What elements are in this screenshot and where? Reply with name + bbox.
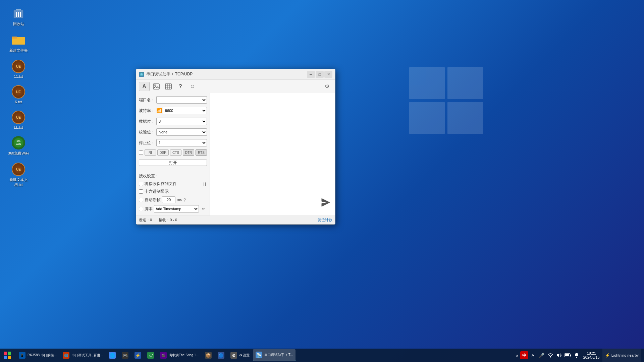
- serial-debug-window: 串口调试助手 + TCP/UDP ─ □ ✕ A: [136, 69, 335, 225]
- open-port-button[interactable]: 打开: [139, 160, 207, 166]
- desktop-icon-new-folder[interactable]: 新建文件夹: [7, 33, 30, 53]
- send-area: [210, 189, 335, 216]
- desktop: 回收站 新建文件夹 UE 11.txt UE 6.txt: [0, 0, 644, 362]
- taskbar-lightning[interactable]: ⚡: [132, 349, 144, 361]
- newue-label: 新建文本文 档.txt: [9, 177, 28, 187]
- taskbar-security[interactable]: 🛡: [145, 349, 157, 361]
- receive-text-area: [210, 93, 335, 189]
- unknown1-icon: 📦: [205, 352, 212, 359]
- right-panel: [210, 93, 335, 216]
- send-textarea[interactable]: [213, 191, 316, 214]
- dtr-btn[interactable]: DTR: [183, 149, 194, 156]
- desktop-icon-recycle-bin[interactable]: 回收站: [7, 7, 30, 26]
- baud-select-container: 📶 9600 115200 4800: [156, 107, 207, 114]
- baud-select[interactable]: 9600 115200 4800: [163, 107, 207, 114]
- send-button[interactable]: [319, 196, 332, 209]
- table-toolbar-btn[interactable]: [163, 82, 174, 91]
- svg-rect-29: [576, 357, 577, 358]
- save-file-checkbox[interactable]: [139, 182, 143, 186]
- game-icon: 🎮: [122, 352, 128, 359]
- pin-buttons-row: RI DSR CTS DTR RTS: [139, 149, 207, 156]
- taskbar-unknown1[interactable]: 📦: [202, 349, 214, 361]
- svg-rect-6: [12, 37, 17, 39]
- start-button[interactable]: [0, 349, 15, 362]
- taskbar-unknown2[interactable]: 🔵: [215, 349, 227, 361]
- window-content: 端口名： 波特率： 📶 9600 115200 4800: [136, 93, 335, 216]
- send-count: 发送：0: [139, 218, 152, 223]
- 6txt-label: 6.txt: [15, 100, 22, 104]
- stopbits-select[interactable]: 1 2: [156, 139, 207, 146]
- rts-btn[interactable]: RTS: [196, 149, 207, 156]
- date-display: 2024/6/15: [583, 355, 600, 359]
- desktop-icon-6txt[interactable]: UE 6.txt: [7, 85, 30, 104]
- ue-icon-newue: UE: [12, 163, 25, 176]
- dsr-btn[interactable]: DSR: [157, 149, 169, 156]
- svg-rect-20: [4, 352, 7, 355]
- cts-btn[interactable]: CTS: [170, 149, 181, 156]
- tray-expand-btn[interactable]: ∧: [515, 353, 519, 358]
- maximize-button[interactable]: □: [316, 71, 324, 78]
- auto-frame-help-icon[interactable]: ?: [183, 197, 186, 202]
- pause-button[interactable]: ⏸: [202, 181, 207, 187]
- serial-web-icon: 🌐: [63, 352, 69, 359]
- lltxt-label: LL.txt: [14, 125, 23, 129]
- svg-rect-14: [165, 84, 171, 89]
- taskbar-chrome[interactable]: 🌐: [106, 349, 118, 361]
- settings-toolbar-btn[interactable]: ⚙: [322, 82, 332, 91]
- lightning-icon-tray: ⚡: [605, 353, 610, 358]
- save-file-label: 将接收保存到文件: [145, 181, 177, 187]
- minimize-button[interactable]: ─: [307, 71, 315, 78]
- parity-select[interactable]: None Odd Even: [156, 128, 207, 136]
- time-display: 18:21: [583, 351, 600, 355]
- network-tray[interactable]: [546, 350, 554, 360]
- receive-script-checkbox[interactable]: [139, 207, 143, 211]
- pin-checkbox[interactable]: [139, 150, 143, 155]
- taskbar-game[interactable]: 🎮: [119, 349, 131, 361]
- auto-frame-checkbox[interactable]: [139, 198, 143, 202]
- port-label: 端口名：: [139, 97, 156, 103]
- clock[interactable]: 18:21 2024/6/15: [582, 351, 601, 359]
- 360wifi-label: 360免费WiFi: [8, 151, 29, 156]
- help-toolbar-btn[interactable]: ?: [175, 82, 186, 91]
- hex-display-checkbox[interactable]: [139, 189, 143, 194]
- battery-tray[interactable]: [564, 350, 572, 360]
- notifications-tray[interactable]: [573, 350, 581, 360]
- svg-marker-25: [557, 353, 559, 357]
- ri-btn[interactable]: RI: [145, 149, 156, 156]
- taskbar-rk3588[interactable]: 📱 RK3588 串口的使...: [16, 349, 59, 361]
- emoji-toolbar-btn[interactable]: ☺: [187, 82, 198, 91]
- databits-select[interactable]: 8 7: [156, 118, 207, 125]
- receive-script-edit-btn[interactable]: ✏: [200, 205, 207, 212]
- svg-text:360: 360: [16, 140, 20, 142]
- auto-frame-input[interactable]: [162, 196, 175, 203]
- volume-tray[interactable]: [555, 350, 563, 360]
- taskbar-movie[interactable]: 🎬 满中满The.Sting.1...: [157, 349, 201, 361]
- desktop-icon-360wifi[interactable]: 360 WiFi 360免费WiFi: [7, 136, 30, 156]
- taskbar-settings[interactable]: ⚙ ⚙ 设置: [228, 349, 253, 361]
- hex-display-label: 十六进制显示: [145, 189, 169, 194]
- lightning-notification[interactable]: ⚡ Lightning nearby: [602, 349, 641, 362]
- system-tray: ∧ 中 A 🎤: [513, 349, 644, 362]
- language-indicator[interactable]: 中: [520, 351, 528, 359]
- unknown2-icon: 🔵: [218, 352, 224, 359]
- taskbar-serial-web[interactable]: 🌐 串口调试工具_百度...: [60, 349, 106, 361]
- receive-script-label: 脚本: [145, 206, 153, 212]
- taskbar-serial-app[interactable]: 📡 串口调试助手 + T...: [253, 349, 296, 361]
- stopbits-label: 停止位：: [139, 140, 156, 146]
- image-toolbar-btn[interactable]: [151, 82, 162, 91]
- taskbar-items: 📱 RK3588 串口的使... 🌐 串口调试工具_百度... 🌐 🎮: [15, 349, 513, 361]
- font-toolbar-btn[interactable]: A: [139, 82, 150, 91]
- close-button[interactable]: ✕: [324, 71, 332, 78]
- status-bar: 发送：0 接收：0 - 0 复位计数: [136, 216, 335, 224]
- tray-icons: 中 A 🎤: [520, 350, 581, 360]
- desktop-icon-lltxt[interactable]: UE LL.txt: [7, 111, 30, 129]
- receive-script-select[interactable]: Add Timestamp: [154, 205, 199, 213]
- reset-count-button[interactable]: 复位计数: [318, 218, 332, 223]
- port-select[interactable]: [156, 96, 207, 104]
- mic-tray[interactable]: 🎤: [538, 350, 546, 360]
- desktop-icon-newue[interactable]: UE 新建文本文 档.txt: [7, 163, 30, 187]
- desktop-icon-11txt[interactable]: UE 11.txt: [7, 60, 30, 78]
- input-method-tray[interactable]: A: [529, 350, 537, 360]
- signal-icon: 📶: [156, 108, 162, 113]
- parity-row: 校验位： None Odd Even: [139, 128, 207, 136]
